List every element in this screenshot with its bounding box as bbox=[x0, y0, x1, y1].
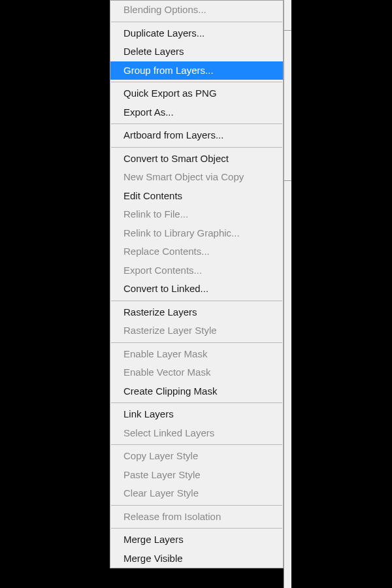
menu-item-merge-layers[interactable]: Merge Layers bbox=[110, 531, 283, 549]
menu-item-release-from-isolation: Release from Isolation bbox=[110, 508, 283, 527]
menu-item-edit-contents[interactable]: Edit Contents bbox=[110, 187, 283, 206]
menu-item-clear-layer-style: Clear Layer Style bbox=[110, 484, 283, 503]
menu-item-enable-layer-mask: Enable Layer Mask bbox=[110, 345, 283, 364]
menu-separator bbox=[111, 22, 282, 22]
menu-separator bbox=[111, 402, 282, 403]
menu-separator bbox=[111, 505, 282, 506]
menu-item-link-layers[interactable]: Link Layers bbox=[110, 405, 283, 424]
menu-item-export-contents: Export Contents... bbox=[110, 261, 283, 280]
menu-item-blending-options: Blending Options... bbox=[110, 1, 283, 20]
menu-item-create-clipping-mask[interactable]: Create Clipping Mask bbox=[110, 382, 283, 401]
menu-item-relink-to-file: Relink to File... bbox=[110, 205, 283, 224]
menu-item-copy-layer-style: Copy Layer Style bbox=[110, 447, 283, 466]
menu-separator bbox=[111, 301, 282, 301]
menu-item-enable-vector-mask: Enable Vector Mask bbox=[110, 363, 283, 382]
layer-context-menu: Blending Options...Duplicate Layers...De… bbox=[110, 0, 284, 568]
menu-item-duplicate-layers[interactable]: Duplicate Layers... bbox=[110, 24, 283, 43]
menu-separator bbox=[111, 528, 282, 529]
menu-item-convert-to-smart-object[interactable]: Convert to Smart Object bbox=[110, 150, 283, 169]
menu-separator bbox=[111, 444, 282, 445]
menu-item-merge-visible[interactable]: Merge Visible bbox=[110, 549, 283, 568]
menu-separator bbox=[111, 82, 282, 82]
menu-item-rasterize-layer-style: Rasterize Layer Style bbox=[110, 321, 283, 340]
menu-separator bbox=[111, 342, 282, 343]
menu-item-new-smart-object-via-copy: New Smart Object via Copy bbox=[110, 168, 283, 187]
menu-item-delete-layers[interactable]: Delete Layers bbox=[110, 42, 283, 61]
menu-item-convert-to-linked[interactable]: Convert to Linked... bbox=[110, 280, 283, 299]
menu-item-replace-contents: Replace Contents... bbox=[110, 242, 283, 261]
side-divider bbox=[284, 180, 291, 181]
side-panel-strip bbox=[284, 0, 291, 588]
menu-item-relink-to-library-graphic: Relink to Library Graphic... bbox=[110, 224, 283, 243]
menu-item-export-as[interactable]: Export As... bbox=[110, 103, 283, 122]
menu-item-paste-layer-style: Paste Layer Style bbox=[110, 466, 283, 485]
menu-item-select-linked-layers: Select Linked Layers bbox=[110, 424, 283, 443]
menu-item-rasterize-layers[interactable]: Rasterize Layers bbox=[110, 303, 283, 322]
menu-separator bbox=[111, 147, 282, 148]
menu-item-group-from-layers[interactable]: Group from Layers... bbox=[110, 61, 283, 80]
menu-item-quick-export-as-png[interactable]: Quick Export as PNG bbox=[110, 84, 283, 103]
menu-separator bbox=[111, 123, 282, 124]
menu-item-artboard-from-layers[interactable]: Artboard from Layers... bbox=[110, 126, 283, 145]
side-divider bbox=[284, 30, 291, 31]
